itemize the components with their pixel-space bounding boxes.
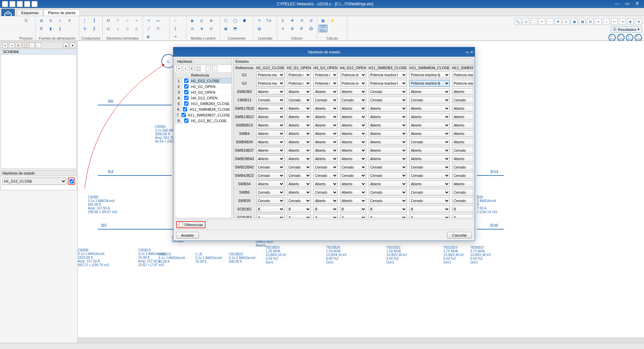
est-cell-select[interactable]: Abierto — [369, 155, 407, 162]
est-cell-select[interactable]: Abierto — [256, 113, 284, 120]
hip-row-checkbox[interactable] — [183, 107, 187, 111]
aceptar-button[interactable]: Aceptar — [176, 232, 199, 239]
est-cell-select[interactable]: Cerrado — [452, 97, 473, 103]
est-cell-select[interactable]: Abierto — [287, 122, 311, 129]
hip-row[interactable]: 8H1_G12_BC_CLOSE — [175, 118, 231, 124]
est-cell-select[interactable]: Cerrado — [340, 164, 366, 170]
est-cell-select[interactable]: B — [287, 206, 311, 212]
hip-row[interactable]: 1H1_G12_CLOSE — [175, 78, 231, 84]
hip-row[interactable]: 7H11_SWB33B37_CLOSE — [175, 112, 231, 118]
est-cell-select[interactable]: Abierto — [287, 189, 311, 196]
schema-list[interactable]: SCHEMA — [1, 49, 76, 168]
est-cell-select[interactable]: Abierto — [369, 113, 407, 120]
hip-row-checkbox[interactable] — [184, 101, 189, 106]
est-cell-select[interactable]: Abierto — [340, 189, 366, 196]
cancelar-button[interactable]: Cancelar — [447, 232, 472, 239]
gen-g-icon[interactable]: G — [46, 17, 55, 24]
est-cell-select[interactable]: Abierto — [409, 105, 449, 112]
est-cell-select[interactable]: Cerrado — [409, 139, 449, 145]
opts-icon[interactable]: ☰ — [22, 17, 31, 24]
edit-icon[interactable]: ✎ — [255, 17, 264, 24]
est-cell-select[interactable]: Cerrado — [369, 172, 407, 179]
hip-row-checkbox[interactable] — [181, 113, 186, 117]
calc-icon[interactable]: ▦ — [319, 17, 327, 24]
est-cell-select[interactable]: A — [313, 214, 337, 218]
meter1-icon[interactable]: ◉ — [188, 17, 197, 24]
est-cell-select[interactable]: Abierto — [452, 113, 473, 120]
tool-find-icon[interactable]: 🔍 — [515, 18, 521, 25]
est-cell-select[interactable]: Cerrado — [313, 189, 337, 196]
text-icon[interactable]: Txt — [264, 17, 273, 24]
qat-btn4[interactable] — [24, 1, 30, 7]
est-cell-select[interactable]: Potencia reactiva fij — [409, 71, 449, 78]
tool-config-icon[interactable]: ⚙ — [635, 18, 642, 25]
hip-copy-icon[interactable]: ⎘ — [189, 66, 195, 71]
est-cell-select[interactable]: Abierto — [313, 139, 337, 145]
conn2-icon[interactable]: ◯ — [231, 17, 239, 24]
est-cell-select[interactable]: Abierto — [369, 130, 407, 137]
est-cell-select[interactable]: Abierto — [340, 105, 366, 112]
est-cell-select[interactable]: Abierto — [340, 197, 366, 204]
hip-row-checkbox[interactable] — [184, 84, 189, 89]
est-cell-select[interactable]: Abierto — [452, 122, 473, 129]
est-cell-select[interactable]: Potencia r — [313, 80, 337, 87]
est-cell-select[interactable]: Abierto — [313, 122, 337, 129]
resultados-pill[interactable]: ☑ Resultados ▾ — [611, 26, 642, 33]
cond4-icon[interactable]: ╫ — [90, 25, 99, 32]
est-cell-select[interactable]: A — [369, 214, 407, 218]
props-icon[interactable]: ⚙ — [297, 25, 306, 32]
tab-planos[interactable]: Planos de planta — [44, 9, 80, 16]
calc2-icon[interactable]: ⚡ — [328, 17, 337, 24]
est-cell-select[interactable]: B — [313, 206, 337, 212]
legend3-icon[interactable]: ▤ — [255, 25, 264, 32]
est-cell-select[interactable]: Abierto — [313, 155, 337, 162]
est-cell-select[interactable]: Potencia reactiva f — [369, 71, 407, 78]
mirror-icon[interactable]: ⇄ — [307, 17, 315, 24]
trafo-icon[interactable]: ◎ — [104, 25, 113, 32]
est-cell-select[interactable]: Abierto — [313, 105, 337, 112]
hip-row-checkbox[interactable] — [184, 90, 189, 94]
res-auo-icon[interactable]: AUO — [635, 34, 642, 41]
tool-9-icon[interactable]: ▦ — [579, 18, 586, 25]
hip-row[interactable]: 6H11_SWB4B34_CLOSE — [175, 107, 231, 112]
hip-row[interactable]: 5H11_SWB2B3_CLOSE — [175, 101, 231, 107]
cond3-icon[interactable]: ╪ — [80, 25, 89, 32]
est-cell-select[interactable]: Potencia reactiva fija — [452, 80, 473, 87]
est-cell-select[interactable]: Cerrado — [409, 164, 449, 170]
onoff-icon[interactable]: ⏻ — [307, 25, 315, 32]
est-cell-select[interactable]: Abierto — [287, 147, 311, 154]
est-cell-select[interactable]: Abierto — [369, 147, 407, 154]
est-cell-select[interactable]: Abierto — [409, 130, 449, 137]
est-cell-select[interactable]: Abierto — [340, 155, 366, 162]
est-cell-select[interactable]: Abierto — [287, 155, 311, 162]
est-cell-select[interactable]: Potencia r — [313, 71, 337, 78]
hip-list[interactable]: 1H1_G12_CLOSE2H2_G1_OPEN3H3_G2_OPEN4H4_G… — [175, 78, 231, 218]
tool-8-icon[interactable]: ▣ — [571, 18, 578, 25]
maximize-button[interactable]: ▭ — [623, 1, 632, 7]
est-cell-select[interactable]: Abierto — [256, 155, 284, 162]
meter2-icon[interactable]: ◎ — [197, 17, 206, 24]
est-cell-select[interactable]: Abierto — [452, 139, 473, 145]
est-cell-select[interactable]: Abierto — [452, 181, 473, 187]
hip-del-icon[interactable]: ✕ — [183, 66, 188, 71]
est-cell-select[interactable]: Cerrado — [452, 147, 473, 154]
est-cell-select[interactable]: Cerrado — [256, 97, 284, 103]
est-cell-select[interactable]: Abierto — [256, 147, 284, 154]
wind-icon[interactable]: ⚙ — [37, 25, 46, 32]
est-cell-select[interactable]: Abierto — [409, 155, 449, 162]
est-cell-select[interactable]: Cerrado — [313, 172, 337, 179]
move-icon[interactable]: ✥ — [288, 17, 297, 24]
tool-zoomfit-icon[interactable]: ⛶ — [531, 18, 537, 25]
est-cell-select[interactable]: B — [256, 206, 284, 212]
est-cell-select[interactable]: Abierto — [452, 130, 473, 137]
est-cell-select[interactable]: Abierto — [340, 113, 366, 120]
est-cell-select[interactable]: A — [287, 214, 311, 218]
est-cell-select[interactable]: Abierto — [313, 181, 337, 187]
hip-row-checkbox[interactable] — [184, 96, 189, 100]
tool-zoomwin-icon[interactable]: ⊡ — [523, 18, 529, 25]
est-cell-select[interactable]: Potencia rea — [256, 80, 284, 87]
est-cell-select[interactable]: Abierto — [340, 122, 366, 129]
est-cell-select[interactable]: Cerrado — [369, 197, 407, 204]
est-cell-select[interactable]: Cerrado — [409, 172, 449, 179]
est-cell-select[interactable]: Abierto — [256, 181, 284, 187]
